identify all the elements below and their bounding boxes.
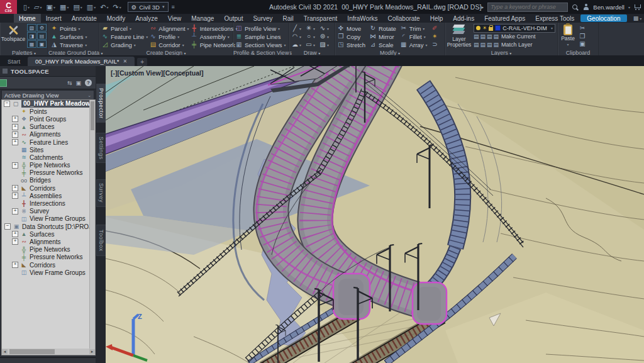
tree-item[interactable]: ◫ View Frame Groups (2, 269, 95, 276)
help-icon[interactable]: ? (85, 79, 92, 86)
dropdown-caret-icon[interactable]: ▾ (67, 5, 69, 9)
ribbon-button[interactable]: ▥ Section Views ▾ (235, 41, 287, 48)
qat-button[interactable]: ▱ ▾ (34, 3, 42, 11)
modify-tool-button[interactable]: ✶ ▾ (431, 33, 443, 40)
layer-properties-button[interactable]: LayerProperties (447, 24, 471, 48)
make-current-button[interactable]: Make Current (501, 33, 536, 40)
ribbon-button[interactable]: ∾ Alignment ▾ (149, 25, 189, 32)
draw-tool-button[interactable]: ⊜ ▾ (319, 33, 331, 40)
ribbon-tab[interactable]: Featured Apps (479, 14, 530, 23)
layer-tool-icon[interactable]: ▤ (474, 33, 479, 40)
tree-horizontal-scrollbar[interactable]: ◂ ▸ (1, 349, 96, 355)
dropdown-caret-icon[interactable]: ▾ (80, 5, 82, 9)
layer-tool-icon[interactable]: ▤ (480, 42, 486, 48)
ribbon-tab[interactable]: Annotate (67, 14, 102, 23)
ribbon-tab[interactable]: Home (14, 14, 41, 23)
scroll-right-icon[interactable]: ▸ (89, 349, 95, 354)
tree-vertical-scrollbar[interactable] (89, 100, 95, 349)
ribbon-tab[interactable]: Survey (248, 14, 277, 23)
clipboard-tool-button[interactable]: ✂ (579, 25, 586, 32)
search-icon[interactable] (572, 4, 579, 11)
tree-item[interactable]: + ╬ Pipe Networks (2, 162, 95, 169)
ribbon-tab[interactable]: Insert (41, 14, 67, 23)
qat-button[interactable]: ↷ ▾ (113, 3, 121, 11)
toolspace-side-tab[interactable]: Settings (96, 133, 106, 163)
toolspace-header[interactable]: TOOLSPACE (0, 66, 96, 77)
toolspace-side-tab[interactable]: Prospector (96, 84, 106, 123)
tree-root-drawing[interactable]: − ▢ 00_HWY Park Meadows_RAIL (2, 100, 95, 108)
draw-tool-button[interactable]: ◠ ▾ (291, 33, 304, 40)
dropdown-caret-icon[interactable]: ▾ (119, 5, 121, 9)
tree-item[interactable]: ◫ View Frame Groups (2, 215, 95, 223)
geomap-image-icon[interactable]: ▩ ▾ (633, 14, 642, 23)
tree-item[interactable]: ╪ Pressure Networks (2, 169, 95, 177)
draw-tool-button[interactable]: ▨ ▾ (319, 41, 331, 48)
tree-item[interactable]: ▦ Sites (2, 146, 95, 154)
tree-root-data-shortcuts[interactable]: − ▣ Data Shortcuts [D:\PROJECTS\ROAD\... (2, 223, 95, 230)
ribbon-tab[interactable]: Manage (186, 14, 219, 23)
palette-toggle-button[interactable]: ⚙ (37, 24, 47, 31)
dropdown-caret-icon[interactable]: ▾ (40, 5, 42, 9)
dropdown-caret-icon[interactable]: ▾ (28, 5, 30, 9)
close-tab-icon[interactable]: ✕ (123, 59, 127, 64)
qat-customize-icon[interactable]: ≡ (172, 4, 175, 10)
new-tab-button[interactable]: + (137, 58, 147, 66)
modify-tool-button[interactable]: ⊃ ▾ (431, 41, 443, 48)
layer-tool-icon[interactable]: ▤ (487, 42, 492, 48)
modify-tool-button[interactable]: ✐ ▾ (431, 25, 443, 32)
tree-item[interactable]: oo Bridges (2, 177, 95, 184)
qat-button[interactable]: ▦ ▾ (60, 3, 69, 11)
layer-tool-icon[interactable]: ▤ (487, 33, 492, 40)
ribbon-button[interactable]: ┴ Assembly ▾ (191, 33, 240, 40)
ribbon-button[interactable]: ╋ Intersections ▾ (191, 25, 240, 32)
palette-toggle-button[interactable]: ▧ (27, 24, 36, 31)
modify-tool-button[interactable]: ⋈ Mirror ▾ (369, 33, 399, 40)
qat-button[interactable]: ↶ ▾ (100, 3, 108, 11)
paste-button[interactable]: Paste ▾ (560, 24, 576, 48)
viewport-controls-label[interactable]: [-][Custom View][Conceptual] (111, 69, 203, 77)
clipboard-tool-button[interactable]: ❐ (579, 33, 586, 40)
tree-item[interactable]: ╬ Pipe Networks (2, 246, 95, 254)
qat-button[interactable]: ▥ ▾ (87, 3, 96, 11)
ribbon-tab[interactable]: Transparent (299, 14, 343, 23)
tree-item[interactable]: + ※ Survey (2, 208, 95, 215)
user-avatar-icon[interactable] (582, 4, 589, 11)
palette-toggle-button[interactable]: ◨ (27, 32, 36, 40)
ribbon-button[interactable]: ∿ Feature Line ▾ (101, 33, 148, 40)
layer-tool-icon[interactable]: ▤ (480, 33, 486, 40)
prospector-tree[interactable]: − ▢ 00_HWY Park Meadows_RAIL ✦ Points + … (1, 99, 96, 349)
tree-item[interactable]: + ❖ Point Groups (2, 115, 95, 123)
qat-button[interactable]: ▯ ▾ (23, 3, 30, 11)
draw-tool-button[interactable]: ○ ▾ (305, 33, 318, 40)
toolspace-side-tab[interactable]: Survey (96, 179, 106, 207)
tree-item[interactable]: + ┴ Assemblies (2, 192, 95, 199)
toolspace-button[interactable]: Toolspace (2, 24, 25, 48)
layer-tool-icon[interactable]: ▤ (474, 42, 479, 48)
ribbon-button[interactable]: ╪ Pipe Network ▾ (191, 41, 240, 48)
qat-button[interactable]: ▤ ▾ (73, 3, 82, 11)
ribbon-tab[interactable]: Express Tools (530, 14, 579, 23)
clipboard-tool-button[interactable]: ▣ (579, 40, 586, 48)
tree-item[interactable]: + ◣ Corridors (2, 261, 95, 269)
ribbon-button[interactable]: ▤ Corridor ▾ (149, 41, 189, 48)
toolspace-toolbar-icon[interactable]: ▣ (75, 80, 81, 86)
draw-tool-button[interactable]: ☁ ▾ (291, 41, 304, 48)
search-input[interactable] (487, 3, 568, 12)
file-tab-start[interactable]: Start (0, 57, 28, 66)
ribbon-tab[interactable]: Collaborate (383, 14, 425, 23)
app-menu-button[interactable]: C C3D (0, 0, 17, 14)
draw-tool-button[interactable]: ╱ ▾ (291, 25, 304, 32)
ribbon-tab[interactable]: Output (219, 14, 248, 23)
draw-tool-button[interactable]: ∿ ▾ (319, 25, 331, 32)
tree-item[interactable]: + ∿ Feature Lines (2, 138, 95, 146)
tree-item[interactable]: ≋ Catchments (2, 154, 95, 161)
user-name[interactable]: Ben.wardell (593, 4, 625, 11)
ribbon-tab[interactable]: Rail (278, 14, 299, 23)
tree-item[interactable]: + ▲ Surfaces (2, 230, 95, 238)
ribbon-button[interactable]: ◫ Profile View ▾ (235, 25, 287, 32)
drawing-viewport[interactable]: Z [-][Custom View][Conceptual] (106, 66, 644, 363)
user-menu-caret-icon[interactable]: ▾ (628, 5, 630, 9)
ribbon-button[interactable]: ▲ Surfaces ▾ (50, 33, 97, 40)
tree-item[interactable]: + ◣ Corridors (2, 184, 95, 192)
dropdown-caret-icon[interactable]: ▾ (53, 5, 55, 9)
